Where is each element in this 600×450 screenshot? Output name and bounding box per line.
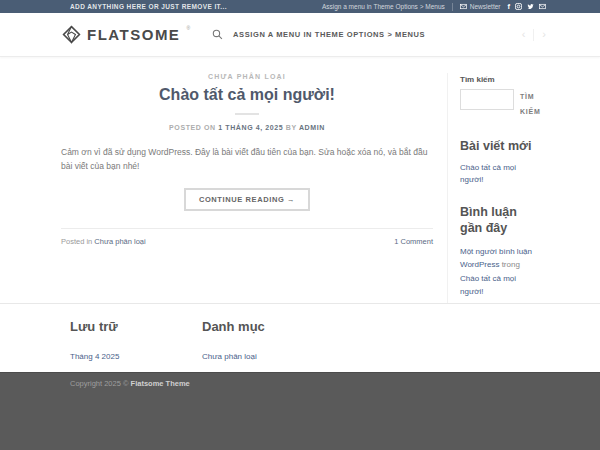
recent-post-link[interactable]: Chào tất cả mọi người!	[460, 162, 539, 186]
twitter-icon[interactable]	[527, 3, 534, 10]
blog-post: CHƯA PHÂN LOẠI Chào tất cả mọi người! PO…	[61, 73, 447, 303]
sidebar: Tìm kiếm TÌM KIẾM Bài viết mới Chào tất …	[447, 73, 539, 303]
continue-reading-button[interactable]: CONTINUE READING →	[184, 188, 310, 211]
flatsome-logo-icon	[62, 25, 81, 44]
copyright-brand: Flatsome Theme	[131, 379, 190, 388]
registered-mark: ®	[186, 25, 190, 31]
post-excerpt: Cảm ơn vì đã sử dụng WordPress. Đây là b…	[61, 146, 433, 173]
copyright-text: Copyright 2025 ©	[70, 379, 131, 388]
search-input[interactable]	[460, 89, 514, 110]
flatsome-blog-page: ADD ANYTHING HERE OR JUST REMOVE IT... A…	[0, 0, 600, 450]
header-divider	[533, 29, 534, 41]
topbar-placeholder-text: ADD ANYTHING HERE OR JUST REMOVE IT...	[70, 3, 227, 10]
comment-connector: trong	[499, 260, 519, 269]
categories-widget-title: Danh mục	[202, 319, 265, 334]
chevron-right-icon[interactable]: ›	[542, 29, 546, 40]
recent-comment-item: Một người bình luận WordPress trong Chào…	[460, 245, 539, 299]
facebook-icon[interactable]: f	[508, 3, 511, 10]
newsletter-link[interactable]: Newsletter	[460, 3, 501, 10]
footer-copyright-bar: Copyright 2025 © Flatsome Theme	[0, 372, 600, 450]
post-meta: POSTED ON 1 THÁNG 4, 2025 BY ADMIN	[61, 124, 433, 131]
comment-post-link[interactable]: Chào tất cả mọi người!	[460, 274, 516, 297]
email-icon[interactable]	[539, 3, 546, 10]
topbar-divider	[452, 3, 453, 11]
comment-author-link[interactable]: Một người bình luận WordPress	[460, 247, 532, 270]
search-icon[interactable]	[212, 29, 223, 40]
top-bar: ADD ANYTHING HERE OR JUST REMOVE IT... A…	[0, 0, 600, 13]
posted-in-prefix: Posted in	[61, 237, 94, 246]
post-date-link[interactable]: 1 THÁNG 4, 2025	[218, 124, 283, 131]
meta-by: BY	[283, 124, 299, 131]
recent-posts-widget-title: Bài viết mới	[460, 138, 539, 154]
posted-in: Posted in Chưa phân loại	[61, 237, 146, 246]
post-title[interactable]: Chào tất cả mọi người!	[61, 86, 433, 104]
post-category-link[interactable]: CHƯA PHÂN LOẠI	[61, 73, 433, 80]
site-logo[interactable]: FLATSOME ®	[62, 25, 190, 44]
footer-widgets: Lưu trữ Tháng 4 2025 Danh mục Chưa phân …	[0, 303, 600, 372]
category-link[interactable]: Chưa phân loại	[202, 352, 257, 361]
logo-text: FLATSOME	[87, 25, 180, 44]
envelope-icon	[460, 3, 467, 10]
main-content: CHƯA PHÂN LOẠI Chào tất cả mọi người! PO…	[61, 57, 539, 303]
meta-prefix: POSTED ON	[169, 124, 218, 131]
posted-in-category-link[interactable]: Chưa phân loại	[94, 237, 145, 246]
newsletter-label: Newsletter	[470, 3, 501, 10]
instagram-icon[interactable]	[515, 3, 522, 10]
comments-count-link[interactable]: 1 Comment	[394, 237, 433, 246]
site-header: FLATSOME ® ASSIGN A MENU IN THEME OPTION…	[0, 13, 600, 57]
post-author-link[interactable]: ADMIN	[299, 124, 325, 131]
topbar-menu-hint-link[interactable]: Assign a menu in Theme Options > Menus	[322, 3, 445, 10]
menu-placeholder-link[interactable]: ASSIGN A MENU IN THEME OPTIONS > MENUS	[233, 30, 425, 39]
search-submit-button[interactable]: TÌM KIẾM	[520, 89, 541, 120]
post-footer-meta: Posted in Chưa phân loại 1 Comment	[61, 228, 433, 246]
search-widget-title: Tìm kiếm	[460, 75, 539, 84]
title-divider	[235, 113, 259, 115]
archives-widget-title: Lưu trữ	[70, 319, 202, 334]
recent-comments-widget-title: Bình luận gần đây	[460, 204, 539, 237]
chevron-left-icon[interactable]: ‹	[522, 29, 526, 40]
archive-link[interactable]: Tháng 4 2025	[70, 352, 119, 361]
